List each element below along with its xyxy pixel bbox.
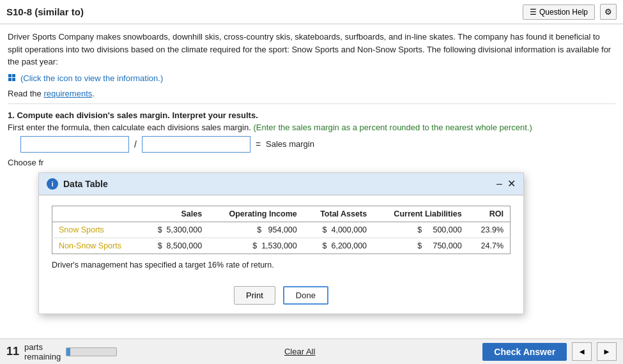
snow-sports-currency1: $ 5,300,000 xyxy=(141,222,208,238)
target-note: Driver's management has specified a targ… xyxy=(52,261,511,269)
formula-numerator-input[interactable] xyxy=(20,136,129,153)
svg-rect-2 xyxy=(8,78,12,81)
instruction-prefix: First enter the formula, then calculate … xyxy=(8,123,253,132)
col-header-total-assets: Total Assets xyxy=(304,206,373,222)
formula-equals: = xyxy=(256,139,261,149)
col-header-current-liabilities: Current Liabilities xyxy=(373,206,468,222)
svg-rect-0 xyxy=(8,74,12,77)
col-header-sales: Sales xyxy=(141,206,208,222)
parts-label: partsremaining xyxy=(24,342,61,361)
snow-sports-current-liabilities: $ 500,000 xyxy=(373,222,468,238)
snow-sports-total-assets: $ 4,000,000 xyxy=(304,222,373,238)
clear-all-button[interactable]: Clear All xyxy=(284,347,315,356)
col-header-roi: ROI xyxy=(468,206,511,222)
snow-sports-operating-income: $ 954,000 xyxy=(208,222,304,238)
modal-header: i Data Table – ✕ xyxy=(39,173,523,195)
gear-settings-button[interactable]: ⚙ xyxy=(600,4,617,20)
non-snow-sports-label: Non-Snow Sports xyxy=(52,238,141,254)
bottom-bar: 11 partsremaining Clear All Check Answer… xyxy=(0,338,623,364)
formula-row: / = Sales margin xyxy=(8,136,615,153)
modal-footer: Print Done xyxy=(39,280,523,314)
page-title: S10-8 (similar to) xyxy=(6,6,84,17)
check-answer-button[interactable]: Check Answer xyxy=(482,343,567,361)
snow-sports-label: Snow Sports xyxy=(52,222,141,238)
non-snow-total-assets: $ 6,200,000 xyxy=(304,238,373,254)
col-header-name xyxy=(52,206,141,222)
modal-header-right: – ✕ xyxy=(496,179,516,189)
table-row: Snow Sports $ 5,300,000 $ 954,000 $ 4,00… xyxy=(52,222,511,238)
choose-from-text: Choose fr xyxy=(8,158,615,167)
click-icon-label: (Click the icon to view the information.… xyxy=(20,73,163,83)
table-row: Non-Snow Sports $ 8,500,000 $ 1,530,000 … xyxy=(52,238,511,254)
done-button[interactable]: Done xyxy=(283,286,328,305)
data-table: Sales Operating Income Total Assets Curr… xyxy=(52,206,511,254)
non-snow-current-liabilities: $ 750,000 xyxy=(373,238,468,254)
read-requirements: Read the requirements. xyxy=(8,89,615,104)
header: S10-8 (similar to) ☰ Question Help ⚙ xyxy=(0,0,623,24)
non-snow-sales: $ 8,500,000 xyxy=(141,238,208,254)
grid-icon xyxy=(8,73,18,84)
progress-bar xyxy=(66,347,117,356)
read-prefix: Read the xyxy=(8,89,43,98)
gear-icon: ⚙ xyxy=(604,7,612,17)
formula-label: Sales margin xyxy=(266,139,314,149)
formula-denominator-input[interactable] xyxy=(142,136,250,153)
non-snow-operating-income: $ 1,530,000 xyxy=(208,238,304,254)
main-content: Driver Sports Company makes snowboards, … xyxy=(0,24,623,174)
question-1-section: 1. Compute each division's sales margin.… xyxy=(8,110,615,153)
formula-divider: / xyxy=(134,139,137,149)
header-controls: ☰ Question Help ⚙ xyxy=(523,4,617,20)
nav-prev-button[interactable]: ◄ xyxy=(572,342,592,361)
col-header-operating-income: Operating Income xyxy=(208,206,304,222)
minimize-button[interactable]: – xyxy=(496,179,502,189)
question-help-button[interactable]: ☰ Question Help xyxy=(523,4,595,20)
requirements-link[interactable]: requirements xyxy=(43,89,92,98)
svg-rect-1 xyxy=(12,74,15,77)
close-button[interactable]: ✕ xyxy=(507,179,516,189)
read-suffix: . xyxy=(92,89,95,98)
click-icon-link[interactable]: (Click the icon to view the information.… xyxy=(8,73,615,84)
progress-bar-fill xyxy=(66,348,70,356)
modal-body: Sales Operating Income Total Assets Curr… xyxy=(39,195,523,280)
non-snow-roi: 24.7% xyxy=(468,238,511,254)
instruction-green: (Enter the sales margin as a percent rou… xyxy=(253,123,532,132)
description-text: Driver Sports Company makes snowboards, … xyxy=(8,31,615,68)
list-icon: ☰ xyxy=(530,8,537,17)
data-table-modal: i Data Table – ✕ Sales Operating Income … xyxy=(38,172,524,314)
bottom-right: Check Answer ◄ ► xyxy=(482,342,617,361)
bottom-center: Clear All xyxy=(284,347,315,356)
snow-sports-roi: 23.9% xyxy=(468,222,511,238)
print-button[interactable]: Print xyxy=(234,286,275,305)
parts-number: 11 xyxy=(6,345,19,358)
question-1-title: 1. Compute each division's sales margin.… xyxy=(8,110,615,120)
table-header-row: Sales Operating Income Total Assets Curr… xyxy=(52,206,511,222)
info-icon: i xyxy=(47,178,58,190)
parts-remaining: 11 partsremaining xyxy=(6,342,117,361)
modal-header-left: i Data Table xyxy=(47,178,108,190)
question-1-instruction: First enter the formula, then calculate … xyxy=(8,123,615,132)
nav-next-button[interactable]: ► xyxy=(597,342,617,361)
modal-title: Data Table xyxy=(63,179,108,189)
svg-rect-3 xyxy=(12,78,15,81)
